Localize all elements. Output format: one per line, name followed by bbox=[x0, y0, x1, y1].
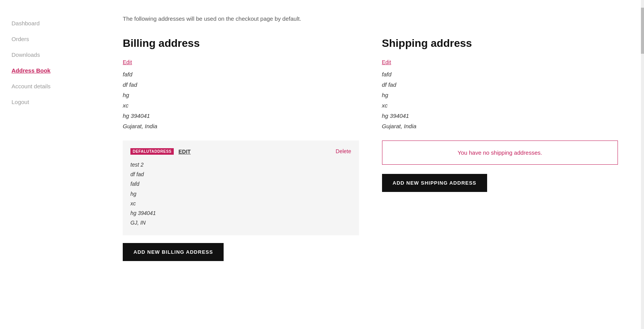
sidebar-item-orders[interactable]: Orders bbox=[12, 31, 88, 47]
shipping-line-2: df fad bbox=[382, 79, 618, 90]
billing-line-6: Gujarat, India bbox=[123, 121, 359, 131]
billing-edit-link[interactable]: Edit bbox=[123, 59, 132, 65]
sidebar-item-address-book[interactable]: Address Book bbox=[12, 63, 88, 78]
shipping-address-lines: fafd df fad hg xc hg 394041 Gujarat, Ind… bbox=[382, 69, 618, 131]
no-shipping-notice: You have no shipping addresses. bbox=[382, 141, 618, 165]
shipping-line-1: fafd bbox=[382, 69, 618, 79]
shipping-title: Shipping address bbox=[382, 37, 618, 50]
sidebar: Dashboard Orders Downloads Address Book … bbox=[0, 0, 100, 329]
billing-title: Billing address bbox=[123, 37, 359, 50]
add-shipping-address-button[interactable]: ADD NEW SHIPPING ADDRESS bbox=[382, 174, 488, 192]
billing-address-card: DEFALUTADDRESS EDIT Delete test 2 df fad… bbox=[123, 141, 359, 235]
sidebar-item-account-details[interactable]: Account details bbox=[12, 78, 88, 94]
scrollbar-track[interactable] bbox=[641, 0, 644, 329]
billing-line-2: df fad bbox=[123, 79, 359, 90]
billing-line-3: hg bbox=[123, 90, 359, 100]
card-address-lines: test 2 df fad fafd hg xc hg 394041 GJ, I… bbox=[130, 160, 351, 228]
main-content: The following addresses will be used on … bbox=[100, 0, 641, 329]
shipping-line-3: hg bbox=[382, 90, 618, 100]
shipping-line-6: Gujarat, India bbox=[382, 121, 618, 131]
shipping-column: Shipping address Edit fafd df fad hg xc … bbox=[382, 37, 618, 261]
card-line-5: xc bbox=[130, 199, 351, 208]
shipping-edit-link[interactable]: Edit bbox=[382, 59, 391, 65]
scrollbar-thumb bbox=[641, 8, 644, 54]
card-line-2: df fad bbox=[130, 170, 351, 179]
sidebar-item-downloads[interactable]: Downloads bbox=[12, 47, 88, 63]
default-badge: DEFALUTADDRESS bbox=[130, 148, 174, 155]
card-edit-link[interactable]: EDIT bbox=[178, 149, 191, 155]
card-line-4: hg bbox=[130, 189, 351, 199]
billing-line-5: hg 394041 bbox=[123, 111, 359, 121]
shipping-line-4: xc bbox=[382, 100, 618, 111]
card-delete-link[interactable]: Delete bbox=[336, 148, 351, 154]
add-billing-address-button[interactable]: ADD NEW BILLING ADDRESS bbox=[123, 243, 224, 261]
shipping-line-5: hg 394041 bbox=[382, 111, 618, 121]
card-line-1: test 2 bbox=[130, 160, 351, 170]
billing-line-1: fafd bbox=[123, 69, 359, 79]
sidebar-item-logout[interactable]: Logout bbox=[12, 94, 88, 110]
card-header: DEFALUTADDRESS EDIT bbox=[130, 148, 351, 155]
billing-column: Billing address Edit fafd df fad hg xc h… bbox=[123, 37, 359, 261]
sidebar-item-dashboard[interactable]: Dashboard bbox=[12, 15, 88, 31]
intro-text: The following addresses will be used on … bbox=[123, 15, 618, 22]
card-line-6: hg 394041 bbox=[130, 208, 351, 218]
billing-line-4: xc bbox=[123, 100, 359, 111]
billing-address-lines: fafd df fad hg xc hg 394041 Gujarat, Ind… bbox=[123, 69, 359, 131]
no-shipping-text: You have no shipping addresses. bbox=[458, 149, 542, 156]
card-line-3: fafd bbox=[130, 179, 351, 189]
address-columns: Billing address Edit fafd df fad hg xc h… bbox=[123, 37, 618, 261]
card-line-7: GJ, IN bbox=[130, 218, 351, 228]
